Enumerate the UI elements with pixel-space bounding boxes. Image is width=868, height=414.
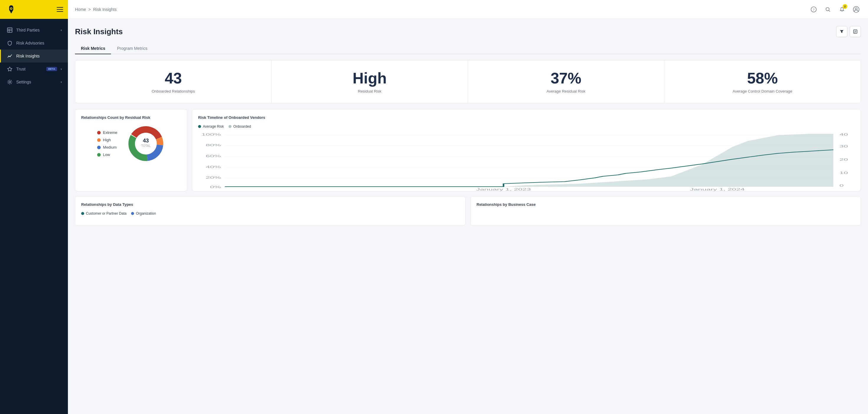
sidebar: Third Parties ▾ Risk Advisories Risk Ins…: [0, 0, 68, 414]
metric-value: High: [279, 70, 461, 87]
metric-label: Onboarded Relationships: [82, 89, 264, 94]
svg-text:20%: 20%: [206, 176, 221, 179]
notification-count: 2: [843, 4, 847, 9]
svg-text:0%: 0%: [210, 185, 221, 189]
main-content: Home > Risk Insights ? 2 Risk Insights: [68, 0, 868, 414]
sidebar-item-label: Third Parties: [16, 28, 57, 32]
metric-card-avg-residual: 37% Average Residual Risk: [468, 61, 664, 103]
svg-marker-46: [225, 134, 833, 187]
timeline-chart-title: Risk Timeline of Onboarded Vendors: [198, 115, 855, 120]
sidebar-item-trust[interactable]: Trust BETA ▾: [0, 63, 68, 75]
svg-line-16: [829, 10, 830, 11]
legend-label-avg: Average Risk: [203, 125, 224, 129]
user-avatar[interactable]: [851, 5, 861, 14]
legend-dot-high: [97, 138, 101, 142]
tab-program-metrics[interactable]: Program Metrics: [111, 43, 153, 54]
tabs: Risk Metrics Program Metrics: [75, 43, 861, 54]
legend-label-low: Low: [103, 152, 110, 157]
svg-text:40%: 40%: [206, 165, 221, 169]
svg-text:January 1, 2024: January 1, 2024: [690, 188, 745, 191]
breadcrumb: Home > Risk Insights: [75, 7, 117, 12]
legend-circle-onboarded: [228, 125, 231, 128]
legend-item-low: Low: [97, 152, 117, 157]
timeline-svg: 100% 80% 60% 40% 20% 0% 40 30 20 10 0: [198, 132, 855, 191]
metric-label: Residual Risk: [279, 89, 461, 94]
legend-item-avg-risk: Average Risk: [198, 125, 224, 129]
svg-text:100%: 100%: [202, 133, 221, 136]
by-business-case-title: Relationships by Business Case: [476, 202, 855, 207]
page-content: Risk Insights Risk Metrics Program Metri…: [68, 19, 868, 414]
svg-text:20: 20: [839, 158, 848, 161]
legend-dot-extreme: [97, 131, 101, 134]
legend-item-onboarded: Onboarded: [228, 125, 251, 129]
search-button[interactable]: [823, 5, 833, 14]
legend-label-extreme: Extreme: [103, 130, 117, 135]
by-data-types-title: Relationships by Data Types: [81, 202, 459, 207]
legend-item-extreme: Extreme: [97, 130, 117, 135]
chart-area: 100% 80% 60% 40% 20% 0% 40 30 20 10 0: [198, 132, 855, 185]
chevron-down-icon: ▾: [61, 80, 62, 84]
gear-icon: [7, 79, 13, 85]
legend-dot-low: [97, 153, 101, 157]
data-type-legend-2: Organization: [131, 211, 156, 215]
svg-rect-6: [7, 28, 12, 32]
sidebar-item-risk-insights[interactable]: Risk Insights: [0, 49, 68, 63]
svg-text:?: ?: [813, 8, 814, 12]
legend-dot-customer: [81, 212, 84, 215]
svg-text:30: 30: [839, 145, 848, 148]
legend-dot-org: [131, 212, 134, 215]
header-actions: ? 2: [809, 5, 861, 14]
svg-line-4: [12, 7, 13, 7]
breadcrumb-home[interactable]: Home: [75, 7, 86, 12]
by-data-types-card: Relationships by Data Types Customer or …: [75, 196, 466, 226]
svg-point-18: [855, 8, 857, 10]
sidebar-item-label: Risk Advisories: [16, 41, 62, 45]
sidebar-item-risk-advisories[interactable]: Risk Advisories: [0, 37, 68, 49]
legend-label-customer: Customer or Partner Data: [86, 211, 126, 215]
tab-risk-metrics[interactable]: Risk Metrics: [75, 43, 111, 54]
charts-row: Relationships Count by Residual Risk Ext…: [75, 109, 861, 192]
timeline-chart-card: Risk Timeline of Onboarded Vendors Avera…: [192, 109, 861, 192]
svg-point-10: [8, 56, 9, 57]
donut-legend: Extreme High Medium Low: [97, 130, 117, 157]
sidebar-logo: [0, 0, 68, 19]
filter-button[interactable]: [836, 26, 847, 37]
sidebar-item-label: Trust: [16, 67, 42, 71]
svg-text:January 1, 2023: January 1, 2023: [476, 188, 531, 191]
metric-card-onboarded: 43 Onboarded Relationships: [75, 61, 272, 103]
svg-point-11: [10, 56, 11, 57]
by-business-case-card: Relationships by Business Case: [470, 196, 861, 226]
svg-text:60%: 60%: [206, 154, 221, 158]
sidebar-item-label: Risk Insights: [16, 54, 62, 58]
notifications-button[interactable]: 2: [837, 5, 847, 14]
sidebar-item-third-parties[interactable]: Third Parties ▾: [0, 24, 68, 37]
page-title: Risk Insights: [75, 27, 123, 36]
svg-point-15: [826, 7, 829, 11]
export-button[interactable]: [850, 26, 861, 37]
legend-label-onboarded: Onboarded: [233, 125, 251, 129]
svg-point-12: [9, 81, 11, 83]
breadcrumb-current: Risk Insights: [93, 7, 117, 12]
legend-item-high: High: [97, 138, 117, 142]
chart-icon: [7, 53, 13, 59]
shield-icon: [7, 40, 13, 46]
app-header: Home > Risk Insights ? 2: [68, 0, 868, 19]
timeline-legend: Average Risk Onboarded: [198, 125, 855, 129]
donut-svg: 43 TOTAL: [127, 125, 165, 163]
metric-value: 37%: [475, 70, 657, 87]
sidebar-navigation: Third Parties ▾ Risk Advisories Risk Ins…: [0, 19, 68, 414]
svg-line-5: [10, 7, 10, 7]
legend-item-medium: Medium: [97, 145, 117, 149]
legend-dot-medium: [97, 146, 101, 149]
page-header-actions: [836, 26, 861, 37]
donut-chart-card: Relationships Count by Residual Risk Ext…: [75, 109, 187, 192]
metric-value: 43: [82, 70, 264, 87]
help-button[interactable]: ?: [809, 5, 818, 14]
breadcrumb-sep: >: [88, 7, 91, 12]
data-type-legend-1: Customer or Partner Data: [81, 211, 126, 215]
svg-text:43: 43: [143, 138, 149, 144]
hamburger-menu[interactable]: [57, 7, 63, 12]
metric-card-residual-risk: High Residual Risk: [272, 61, 468, 103]
bottom-row: Relationships by Data Types Customer or …: [75, 196, 861, 226]
sidebar-item-settings[interactable]: Settings ▾: [0, 75, 68, 89]
